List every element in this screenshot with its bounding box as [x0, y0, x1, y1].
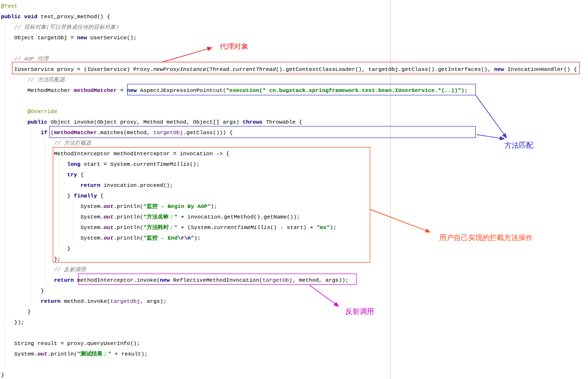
code-line: }; [1, 254, 577, 264]
code-line: if (methodMatcher.matches(method, target… [1, 127, 577, 138]
code-line: } [1, 243, 577, 254]
code-line: try { [1, 170, 577, 180]
code-line: } [1, 370, 577, 379]
code-line: // 目标对象(可以替换成任何的目标对象) [1, 22, 577, 33]
code-line: // 方法匹配器 [1, 75, 577, 85]
code-line: @Override [1, 106, 577, 117]
code-line: IUserService proxy = (IUserService) Prox… [1, 64, 577, 75]
code-line [1, 96, 577, 106]
code-line: MethodInterceptor methodInterceptor = in… [1, 149, 577, 159]
code-line: String result = proxy.queryUserInfo(); [1, 338, 577, 349]
code-line: // 方法拦截器 [1, 138, 577, 149]
code-line [1, 43, 577, 54]
code-line: System.out.println("监控 - End\r\n"); [1, 233, 577, 243]
code-line: // AOP 代理 [1, 54, 577, 64]
code-line: @Test [1, 1, 577, 11]
code-line: System.out.println("方法名称：" + invocation.… [1, 212, 577, 222]
code-line: long start = System.currentTimeMillis(); [1, 159, 577, 170]
code-line [1, 328, 577, 338]
code-editor[interactable]: @Testpublic void test_proxy_method() { /… [1, 1, 577, 379]
code-line: } finally { [1, 191, 577, 201]
code-line: public Object invoke(Object proxy, Metho… [1, 117, 577, 127]
code-line: System.out.println("监控 - Begin By AOP"); [1, 201, 577, 212]
code-line: Object targetObj = new UserService(); [1, 33, 577, 43]
code-line: System.out.println("测试结果：" + result); [1, 349, 577, 359]
editor-viewport: @Testpublic void test_proxy_method() { /… [0, 0, 588, 379]
code-line: // 反射调用 [1, 264, 577, 275]
code-line: } [1, 286, 577, 296]
code-line: MethodMatcher methodMatcher = new Aspect… [1, 85, 577, 96]
code-line: return invocation.proceed(); [1, 180, 577, 191]
code-line: return methodInterceptor.invoke(new Refl… [1, 275, 577, 286]
code-line: return method.invoke(targetObj, args); [1, 296, 577, 307]
code-line: } [1, 307, 577, 317]
code-line: public void test_proxy_method() { [1, 11, 577, 22]
code-line: System.out.println("方法耗时：" + (System.cur… [1, 222, 577, 233]
code-line [1, 359, 577, 370]
code-line: }); [1, 317, 577, 328]
